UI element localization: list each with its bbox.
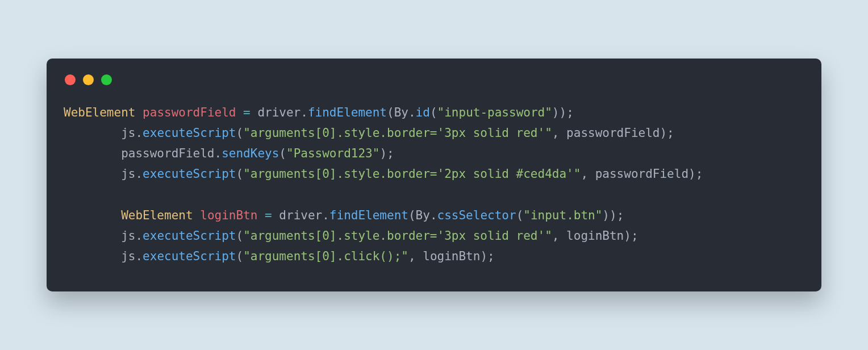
code-block: WebElement passwordField = driver.findEl… (64, 102, 804, 266)
code-line-2: js.executeScript("arguments[0].style.bor… (64, 126, 674, 140)
minimize-icon[interactable] (83, 74, 94, 85)
code-line-8: js.executeScript("arguments[0].click();"… (64, 249, 495, 263)
code-line-6: WebElement loginBtn = driver.findElement… (64, 209, 624, 222)
code-line-3: passwordField.sendKeys("Password123"); (64, 147, 394, 160)
code-line-4: js.executeScript("arguments[0].style.bor… (64, 167, 703, 181)
code-line-1: WebElement passwordField = driver.findEl… (64, 106, 574, 119)
code-window: WebElement passwordField = driver.findEl… (47, 59, 821, 291)
maximize-icon[interactable] (101, 74, 112, 85)
traffic-lights (64, 74, 804, 85)
close-icon[interactable] (65, 74, 76, 85)
code-line-7: js.executeScript("arguments[0].style.bor… (64, 229, 639, 243)
